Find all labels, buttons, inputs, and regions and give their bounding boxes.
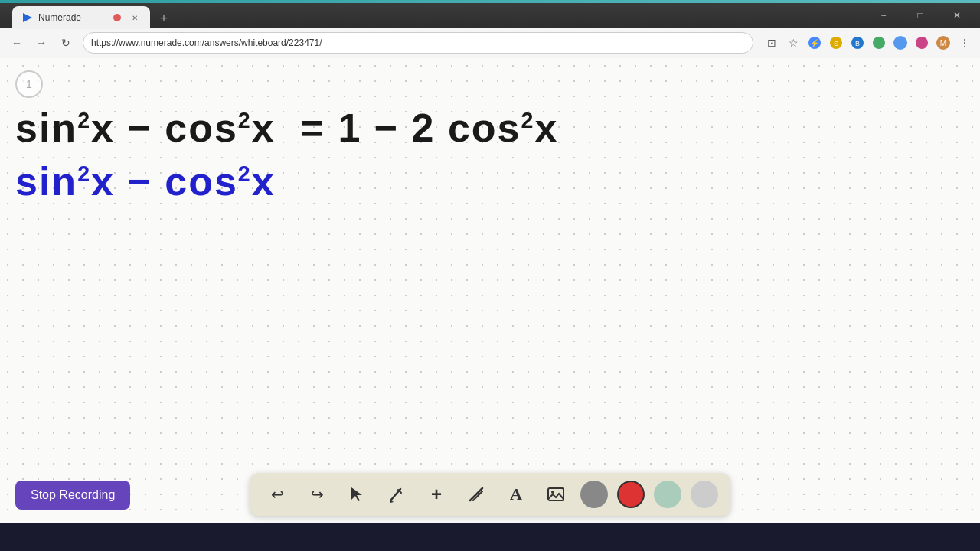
svg-point-19 — [551, 491, 554, 494]
svg-line-16 — [470, 488, 482, 500]
math-content: sin2x − cos2x = 1 − 2 cos2x sin2x − cos2… — [15, 104, 965, 206]
tab-close-button[interactable]: ✕ — [129, 11, 141, 24]
extension3-icon[interactable]: B — [848, 34, 867, 52]
drawing-toolbar: ↩ ↪ + A — [250, 473, 730, 516]
redo-button[interactable]: ↪ — [302, 479, 332, 510]
svg-text:⚡: ⚡ — [810, 38, 820, 48]
pen-icon — [388, 486, 405, 503]
extension6-icon[interactable] — [913, 34, 931, 52]
stop-recording-button[interactable]: Stop Recording — [15, 481, 130, 510]
text-tool-button[interactable]: A — [501, 479, 531, 510]
address-text: https://www.numerade.com/answers/whitebo… — [91, 37, 745, 48]
address-bar[interactable]: https://www.numerade.com/answers/whitebo… — [83, 32, 753, 54]
bookmark-icon[interactable]: ☆ — [784, 34, 802, 52]
browser-toolbar-icons: ⊡ ☆ ⚡ S B M ⋮ — [763, 34, 974, 52]
svg-marker-12 — [351, 487, 362, 501]
svg-rect-18 — [548, 488, 564, 500]
add-element-button[interactable]: + — [421, 479, 452, 510]
eraser-tool-button[interactable] — [461, 479, 492, 510]
active-tab[interactable]: Numerade ✕ — [12, 6, 150, 29]
svg-rect-8 — [893, 36, 907, 50]
extension2-icon[interactable]: S — [827, 34, 845, 52]
close-button[interactable]: ✕ — [940, 3, 974, 28]
svg-point-9 — [916, 37, 928, 49]
extension4-icon[interactable] — [870, 34, 888, 52]
tab-title: Numerade — [38, 12, 113, 23]
page-number: 1 — [15, 70, 43, 98]
svg-point-7 — [873, 37, 885, 49]
title-bar: Numerade ✕ + − □ ✕ — [0, 3, 980, 28]
math-equation-line1: sin2x − cos2x = 1 − 2 cos2x — [15, 104, 965, 152]
extension5-icon[interactable] — [891, 34, 910, 52]
whiteboard: 1 sin2x − cos2x = 1 − 2 cos2x sin2x − co… — [0, 58, 980, 523]
browser-chrome: Numerade ✕ + − □ ✕ ← → ↻ https://www.num… — [0, 0, 980, 58]
back-button[interactable]: ← — [6, 32, 28, 54]
select-tool-button[interactable] — [341, 479, 372, 510]
color-red[interactable] — [617, 481, 645, 508]
extension1-icon[interactable]: ⚡ — [805, 34, 824, 52]
new-tab-button[interactable]: + — [153, 8, 175, 29]
math-equation-line2: sin2x − cos2x — [15, 158, 965, 205]
forward-button[interactable]: → — [31, 32, 52, 54]
menu-icon[interactable]: ⋮ — [956, 34, 974, 52]
image-icon — [547, 485, 565, 504]
reload-button[interactable]: ↻ — [55, 32, 77, 54]
color-dark-gray[interactable] — [580, 481, 608, 508]
maximize-button[interactable]: □ — [903, 3, 937, 28]
color-light-green[interactable] — [654, 481, 681, 508]
cast-icon[interactable]: ⊡ — [763, 34, 781, 52]
svg-text:B: B — [855, 40, 860, 47]
cursor-icon — [348, 486, 365, 503]
profile-icon[interactable]: M — [934, 34, 952, 52]
pen-tool-button[interactable] — [381, 479, 412, 510]
svg-marker-0 — [23, 13, 32, 22]
nav-bar: ← → ↻ https://www.numerade.com/answers/w… — [0, 28, 980, 58]
svg-text:M: M — [940, 39, 946, 47]
tab-favicon — [21, 11, 34, 24]
tab-record-dot — [113, 14, 121, 21]
image-tool-button[interactable] — [541, 479, 571, 510]
minimize-button[interactable]: − — [867, 3, 900, 28]
svg-text:S: S — [834, 40, 838, 47]
window-controls: − □ ✕ — [867, 3, 974, 28]
eraser-icon — [468, 486, 485, 503]
color-light-gray[interactable] — [691, 481, 718, 508]
undo-button[interactable]: ↩ — [262, 479, 292, 510]
